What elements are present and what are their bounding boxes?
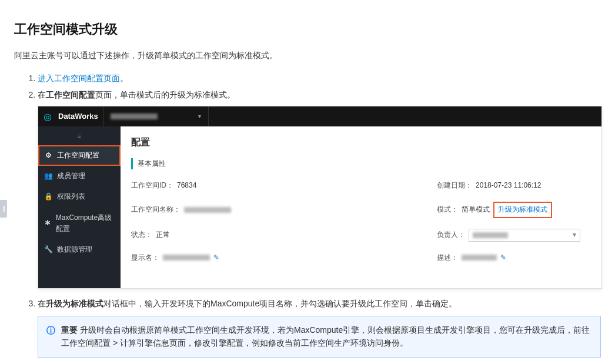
asterisk-icon: ✱: [44, 218, 51, 229]
step-2-prefix: 在: [38, 90, 46, 99]
status-label: 状态：: [131, 229, 152, 241]
enter-config-link[interactable]: 进入工作空间配置页面: [38, 74, 120, 83]
desc-label: 描述：: [437, 252, 458, 263]
dataworks-logo-icon: ◎: [38, 109, 57, 125]
step-2: 在工作空间配置页面，单击模式后的升级为标准模式。 ◎ DataWorks ▾ ≡…: [38, 88, 601, 289]
owner-label: 负责人：: [437, 229, 465, 241]
row-display-name: 显示名： ✎ 描述： ✎: [131, 252, 591, 263]
info-icon: ⓘ: [46, 323, 55, 350]
page-title: 工作空间模式升级: [14, 19, 601, 39]
dw-main: 配置 基本属性 工作空间ID： 76834 创建日期： 2018-07-23 1…: [121, 126, 601, 288]
ws-id-label: 工作空间ID：: [131, 180, 173, 191]
step-1-suffix: 。: [120, 74, 128, 83]
sidebar-item-permissions[interactable]: 🔒 权限列表: [38, 186, 121, 207]
status-value: 正常: [156, 229, 170, 241]
chevron-down-icon: ▾: [198, 112, 201, 121]
row-status: 状态： 正常 负责人： ▾: [131, 229, 591, 242]
dataworks-screenshot: ◎ DataWorks ▾ ≡ ⚙ 工作空间配置 👥 成员管理: [38, 106, 602, 288]
mode-label: 模式：: [437, 204, 458, 215]
section-basic-title: 基本属性: [131, 158, 591, 169]
dw-sidebar: ≡ ⚙ 工作空间配置 👥 成员管理 🔒 权限列表 ✱: [38, 126, 121, 288]
step-2-suffix: 页面，单击模式后的升级为标准模式。: [95, 90, 235, 99]
step-3-prefix: 在: [38, 299, 46, 308]
sidebar-item-label: 数据源管理: [57, 244, 92, 255]
edit-display-icon[interactable]: ✎: [213, 252, 219, 263]
dataworks-brand: DataWorks: [57, 111, 103, 123]
important-alert: ⓘ 重要升级时会自动根据原简单模式工作空间生成开发环境，若为MaxCompute…: [38, 316, 601, 358]
mode-value: 简单模式: [462, 204, 490, 215]
alert-label: 重要: [61, 325, 78, 335]
create-date-value: 2018-07-23 11:06:12: [476, 180, 541, 191]
users-icon: 👥: [44, 171, 52, 182]
row-ws-id: 工作空间ID： 76834 创建日期： 2018-07-23 11:06:12: [131, 180, 591, 191]
upgrade-mode-link[interactable]: 升级为标准模式: [493, 202, 552, 218]
display-value: [163, 255, 210, 261]
row-ws-name: 工作空间名称： 模式： 简单模式 升级为标准模式: [131, 202, 591, 218]
step-3-bold: 升级为标准模式: [46, 299, 103, 308]
sidebar-item-workspace-config[interactable]: ⚙ 工作空间配置: [38, 145, 121, 166]
dw-body: ≡ ⚙ 工作空间配置 👥 成员管理 🔒 权限列表 ✱: [38, 126, 601, 288]
alert-text: 升级时会自动根据原简单模式工作空间生成开发环境，若为MaxCompute引擎，则…: [61, 325, 590, 348]
edit-desc-icon[interactable]: ✎: [500, 252, 506, 263]
wrench-icon: 🔧: [44, 244, 52, 255]
sidebar-item-label: 成员管理: [57, 171, 85, 182]
sidebar-item-label: 权限列表: [57, 191, 85, 202]
side-handle[interactable]: ‖: [0, 200, 7, 218]
step-3-suffix: 对话框中，输入开发环境下的MaxCompute项目名称，并勾选确认要升级此工作空…: [103, 299, 457, 308]
display-label: 显示名：: [131, 252, 159, 263]
chevron-down-icon: ▾: [573, 229, 576, 241]
owner-select[interactable]: ▾: [469, 229, 580, 242]
ws-id-value: 76834: [177, 180, 196, 191]
workspace-dropdown[interactable]: ▾: [103, 106, 209, 126]
dw-header: ◎ DataWorks ▾: [38, 106, 601, 126]
sidebar-item-maxcompute[interactable]: ✱ MaxCompute高级配置: [38, 208, 121, 239]
step-2-bold: 工作空间配置: [46, 90, 95, 99]
owner-value: [473, 232, 508, 238]
step-1: 进入工作空间配置页面。: [38, 72, 601, 85]
workspace-dropdown-value: [111, 113, 158, 119]
create-date-label: 创建日期：: [437, 180, 472, 191]
intro-text: 阿里云主账号可以通过下述操作，升级简单模式的工作空间为标准模式。: [14, 49, 601, 62]
ws-name-value: [184, 207, 231, 213]
sidebar-item-label: 工作空间配置: [57, 150, 99, 161]
steps-list: 进入工作空间配置页面。 在工作空间配置页面，单击模式后的升级为标准模式。 ◎ D…: [14, 72, 601, 364]
gear-icon: ⚙: [44, 150, 52, 161]
step-3: 在升级为标准模式对话框中，输入开发环境下的MaxCompute项目名称，并勾选确…: [38, 297, 601, 358]
config-title: 配置: [131, 135, 591, 150]
sidebar-item-datasource[interactable]: 🔧 数据源管理: [38, 239, 121, 260]
ws-name-label: 工作空间名称：: [131, 204, 181, 215]
lock-icon: 🔒: [44, 191, 52, 202]
sidebar-item-label: MaxCompute高级配置: [56, 212, 115, 235]
collapse-icon[interactable]: ≡: [38, 130, 121, 145]
sidebar-item-members[interactable]: 👥 成员管理: [38, 166, 121, 186]
desc-value: [462, 255, 497, 261]
